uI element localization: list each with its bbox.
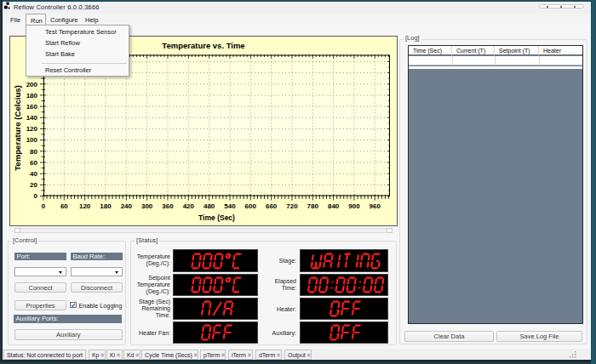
svg-text:300: 300 [141, 202, 153, 209]
svg-text:120: 120 [79, 202, 91, 209]
svg-text:360: 360 [162, 202, 174, 209]
svg-text:180: 180 [26, 91, 38, 99]
svg-text:720: 720 [286, 202, 298, 209]
svg-text:120: 120 [26, 125, 38, 133]
svg-text:600: 600 [245, 202, 257, 209]
svg-text:900: 900 [348, 202, 360, 209]
svg-text:140: 140 [26, 114, 38, 122]
svg-text:660: 660 [266, 202, 278, 209]
svg-text:200: 200 [26, 80, 38, 88]
svg-text:840: 840 [328, 202, 340, 209]
svg-text:100: 100 [26, 136, 38, 144]
svg-text:420: 420 [183, 202, 195, 209]
svg-text:60: 60 [30, 158, 37, 166]
svg-text:180: 180 [100, 202, 112, 209]
svg-text:60: 60 [60, 202, 68, 209]
svg-text:780: 780 [307, 202, 319, 209]
svg-text:Temperature vs. Time: Temperature vs. Time [162, 41, 244, 50]
svg-text:Time (Sec): Time (Sec) [198, 213, 235, 222]
svg-text:0: 0 [42, 202, 46, 209]
svg-text:Temperature (Celcius): Temperature (Celcius) [13, 85, 22, 171]
svg-text:960: 960 [370, 202, 381, 209]
svg-text:40: 40 [30, 169, 37, 177]
svg-text:540: 540 [224, 202, 236, 209]
svg-text:80: 80 [30, 147, 37, 155]
svg-text:240: 240 [121, 202, 133, 209]
svg-text:160: 160 [26, 102, 38, 110]
svg-text:480: 480 [203, 202, 215, 209]
svg-text:0: 0 [34, 192, 38, 200]
svg-text:20: 20 [30, 181, 37, 189]
